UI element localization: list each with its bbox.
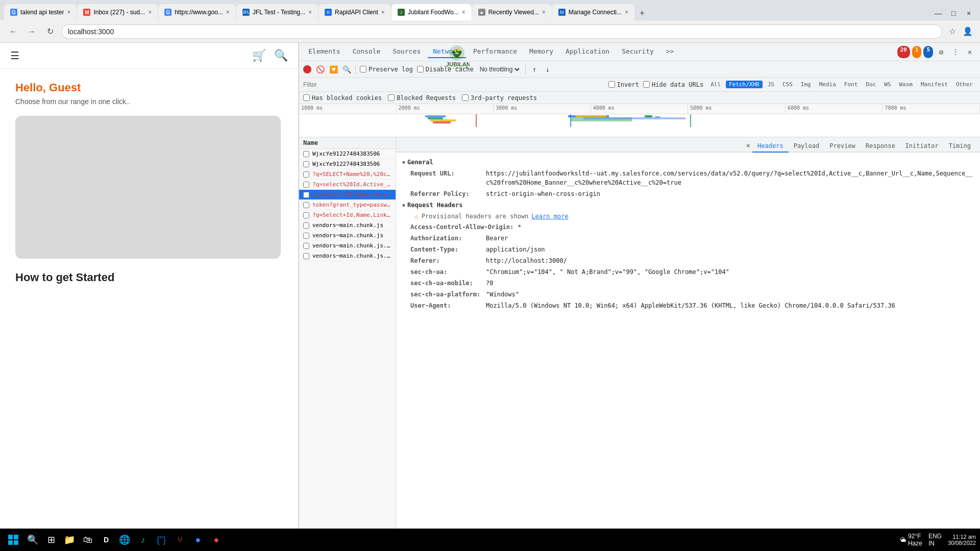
git-icon[interactable]: ⑂ <box>172 532 188 548</box>
tab-close-2[interactable]: × <box>148 9 152 16</box>
more-options-icon[interactable]: ⋮ <box>949 46 962 58</box>
details-tab-preview[interactable]: Preview <box>824 140 861 153</box>
request-item-4[interactable]: ?q=Select+ID,Name,ParentCa... <box>299 190 396 200</box>
filter-doc[interactable]: Doc <box>863 81 879 88</box>
tab-8[interactable]: M Manage Connecti... × <box>552 4 634 20</box>
blocked-requests-label[interactable]: Blocked Requests <box>388 94 456 102</box>
request-item-10[interactable]: vendors~main.chunk.js.map <box>299 251 396 261</box>
tab-close-8[interactable]: × <box>625 9 628 16</box>
tab-close-3[interactable]: × <box>226 9 230 16</box>
maximize-button[interactable]: □ <box>946 6 961 20</box>
dt-tab-performance[interactable]: Performance <box>468 45 522 58</box>
cart-icon[interactable]: 🛒 <box>252 49 266 62</box>
preserve-log-checkbox[interactable] <box>360 66 366 72</box>
task-view-icon[interactable]: ⊞ <box>43 532 59 548</box>
req-checkbox-4[interactable] <box>303 192 309 198</box>
invert-checkbox-label[interactable]: Invert <box>608 81 639 88</box>
dt-tab-memory[interactable]: Memory <box>524 45 558 58</box>
req-checkbox-1[interactable] <box>303 161 309 167</box>
blocked-cookies-label[interactable]: Has blocked cookies <box>303 94 382 102</box>
filter-all[interactable]: All <box>707 81 724 88</box>
hide-data-checkbox-label[interactable]: Hide data URLs <box>643 81 703 88</box>
details-tab-headers[interactable]: Headers <box>752 140 789 153</box>
request-item-0[interactable]: WjxcYe91227484383506 <box>299 149 396 159</box>
learn-more-link[interactable]: Learn more <box>531 213 568 220</box>
tab-7[interactable]: ● Recently Viewed... × <box>472 4 552 20</box>
details-tab-response[interactable]: Response <box>861 140 900 153</box>
url-input[interactable]: localhost:3000 <box>61 24 942 39</box>
edge-icon[interactable]: 🌐 <box>116 532 133 548</box>
record-button[interactable] <box>303 65 311 73</box>
filter-manifest[interactable]: Manifest <box>918 81 951 88</box>
req-checkbox-6[interactable] <box>303 212 309 218</box>
vscode-icon[interactable]: {"} <box>153 532 169 548</box>
dt-tab-more[interactable]: >> <box>661 45 679 58</box>
filter-font[interactable]: Font <box>841 81 861 88</box>
spotify-icon[interactable]: ♪ <box>135 532 151 548</box>
req-checkbox-5[interactable] <box>303 202 309 208</box>
request-item-3[interactable]: ?q=select%20Id,Active__c,Ban... <box>299 180 396 190</box>
close-details-button[interactable]: × <box>744 139 752 152</box>
forward-button[interactable]: → <box>24 24 39 39</box>
microsoft-store-icon[interactable]: 🛍 <box>80 532 96 548</box>
reload-button[interactable]: ↻ <box>43 24 57 39</box>
chrome-1-icon[interactable]: ● <box>190 532 206 548</box>
req-checkbox-7[interactable] <box>303 222 309 229</box>
req-checkbox-3[interactable] <box>303 182 309 188</box>
tab-close-4[interactable]: × <box>308 9 312 16</box>
filter-ws[interactable]: WS <box>881 81 894 88</box>
search-network-icon[interactable]: 🔍 <box>342 65 351 74</box>
bookmark-star-icon[interactable]: ☆ <box>946 26 959 38</box>
filter-input[interactable] <box>303 81 604 88</box>
request-item-5[interactable]: token?grant_type=password... <box>299 200 396 210</box>
tab-close-5[interactable]: × <box>381 9 385 16</box>
filter-icon[interactable]: 🔽 <box>329 65 338 74</box>
tab-2[interactable]: M Inbox (227) - sud... × <box>77 4 158 20</box>
request-item-6[interactable]: ?q=Select+Id,Name,Link__c,Al... <box>299 210 396 220</box>
start-button[interactable] <box>4 531 22 549</box>
general-section-header[interactable]: General <box>402 157 974 168</box>
req-checkbox-8[interactable] <box>303 233 309 239</box>
hamburger-menu[interactable]: ☰ <box>10 49 19 62</box>
tab-close-7[interactable]: × <box>542 9 546 16</box>
request-item-8[interactable]: vendors~main.chunk.js <box>299 231 396 241</box>
details-tab-initiator[interactable]: Initiator <box>900 140 944 153</box>
close-devtools-icon[interactable]: × <box>964 46 976 58</box>
tab-close-6[interactable]: × <box>462 9 465 16</box>
request-headers-section-header[interactable]: Request Headers <box>402 199 974 211</box>
filter-img[interactable]: Img <box>798 81 814 88</box>
dt-tab-application[interactable]: Application <box>560 45 615 58</box>
minimize-button[interactable]: — <box>931 6 945 20</box>
clear-icon[interactable]: 🚫 <box>315 65 325 74</box>
file-explorer-icon[interactable]: 📁 <box>61 532 78 548</box>
third-party-label[interactable]: 3rd-party requests <box>462 94 537 102</box>
request-item-2[interactable]: ?q=SELECT+Name%20,%20ca... <box>299 169 396 180</box>
dt-tab-security[interactable]: Security <box>617 45 659 58</box>
settings-icon[interactable]: ⚙ <box>935 46 947 58</box>
new-tab-button[interactable]: + <box>635 6 649 20</box>
blocked-cookies-checkbox[interactable] <box>303 94 310 101</box>
third-party-checkbox[interactable] <box>462 94 469 101</box>
hide-data-checkbox[interactable] <box>643 81 650 88</box>
filter-other[interactable]: Other <box>953 81 976 88</box>
throttle-select[interactable]: No throttling <box>478 65 521 73</box>
tab-4[interactable]: JFL JFL Test - Testing... × <box>236 4 318 20</box>
close-window-button[interactable]: × <box>962 6 976 20</box>
tab-3[interactable]: G https://www.goo... × <box>158 4 236 20</box>
dell-icon[interactable]: D <box>98 532 114 548</box>
tab-5[interactable]: R RapidAPI Client × <box>318 4 391 20</box>
details-tab-timing[interactable]: Timing <box>944 140 976 153</box>
back-button[interactable]: ← <box>6 24 20 39</box>
preserve-log-label[interactable]: Preserve log <box>360 66 413 73</box>
blocked-requests-checkbox[interactable] <box>388 94 395 101</box>
request-item-1[interactable]: WjxcYe91227484383506 <box>299 159 396 169</box>
tab-1[interactable]: G talend api tester × <box>4 4 77 20</box>
export-har-icon[interactable]: ↓ <box>543 65 552 74</box>
req-checkbox-10[interactable] <box>303 253 309 259</box>
dt-tab-elements[interactable]: Elements <box>303 45 346 58</box>
filter-css[interactable]: CSS <box>779 81 796 88</box>
invert-checkbox[interactable] <box>608 81 615 88</box>
request-item-9[interactable]: vendors~main.chunk.js.map <box>299 241 396 251</box>
filter-wasm[interactable]: Wasm <box>896 81 916 88</box>
req-checkbox-2[interactable] <box>303 171 309 178</box>
